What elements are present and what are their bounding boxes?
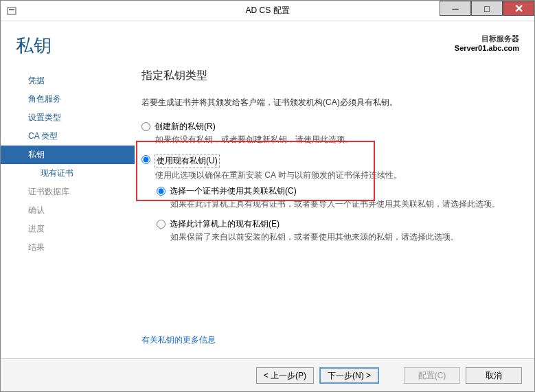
app-icon [5,4,19,18]
target-server: Server01.abc.com [455,44,519,52]
footer: < 上一步(P) 下一步(N) > 配置(C) 取消 [1,358,534,392]
radio-select-machine-key-desc: 如果保留了来自以前安装的私钥，或者要使用其他来源的私钥，请选择此选项。 [170,231,519,243]
sidebar-item-results: 结果 [1,238,135,257]
svg-rect-0 [8,8,16,14]
radio-create-new-desc: 如果你没有私钥，或者要创建新私钥，请使用此选项。 [155,134,519,146]
window-title: AD CS 配置 [245,5,289,16]
intro-text: 若要生成证书并将其颁发给客户端，证书颁发机构(CA)必须具有私钥。 [141,97,519,108]
sidebar-item-role-services[interactable]: 角色服务 [1,90,135,108]
sidebar-item-private-key[interactable]: 私钥 [1,146,135,164]
titlebar: AD CS 配置 ─ □ ✕ [1,1,534,21]
radio-select-machine-key-input[interactable] [157,220,166,229]
sidebar-item-progress: 进度 [1,220,135,238]
sidebar-item-confirmation: 确认 [1,201,135,220]
next-button[interactable]: 下一步(N) > [319,367,379,384]
sidebar: 凭据 角色服务 设置类型 CA 类型 私钥 现有证书 证书数据库 确认 进度 结… [1,65,135,358]
panel-heading: 指定私钥类型 [141,69,519,83]
page-title: 私钥 [16,34,52,58]
minimize-button[interactable]: ─ [440,1,471,16]
radio-use-existing[interactable]: 使用现有私钥(U) [141,154,519,168]
sidebar-item-credentials[interactable]: 凭据 [1,71,135,90]
close-button[interactable]: ✕ [503,1,534,16]
main-panel: 指定私钥类型 若要生成证书并将其颁发给客户端，证书颁发机构(CA)必须具有私钥。… [135,65,534,358]
target-label: 目标服务器 [455,34,519,44]
radio-create-new-input[interactable] [141,122,150,131]
target-server-info: 目标服务器 Server01.abc.com [455,34,519,52]
header: 私钥 目标服务器 Server01.abc.com [1,21,534,65]
window-controls: ─ □ ✕ [440,1,534,16]
sidebar-item-setup-type[interactable]: 设置类型 [1,108,135,127]
more-info-link[interactable]: 有关私钥的更多信息 [141,334,216,346]
maximize-button[interactable]: □ [471,1,503,16]
radio-use-existing-desc: 使用此选项以确保在重新安装 CA 时与以前颁发的证书保持连续性。 [155,170,519,181]
radio-select-cert-input[interactable] [157,187,166,196]
sidebar-item-cert-database: 证书数据库 [1,183,135,201]
radio-use-existing-label: 使用现有私钥(U) [155,154,220,168]
radio-select-cert-desc: 如果在此计算机上具有现有证书，或者要导入一个证书并使用其关联私钥，请选择此选项。 [170,198,519,210]
cancel-button[interactable]: 取消 [466,367,522,384]
radio-create-new[interactable]: 创建新的私钥(R) [141,121,519,132]
previous-button[interactable]: < 上一步(P) [256,367,314,384]
radio-select-cert-label: 选择一个证书并使用其关联私钥(C) [170,185,297,197]
configure-button[interactable]: 配置(C) [404,367,460,384]
radio-select-machine-key-label: 选择此计算机上的现有私钥(E) [170,218,280,230]
radio-select-machine-key[interactable]: 选择此计算机上的现有私钥(E) [157,218,519,230]
svg-rect-1 [9,9,14,10]
radio-use-existing-input[interactable] [141,155,150,164]
radio-create-new-label: 创建新的私钥(R) [155,121,216,132]
radio-select-cert[interactable]: 选择一个证书并使用其关联私钥(C) [157,185,519,197]
sidebar-item-existing-cert[interactable]: 现有证书 [1,164,135,183]
sidebar-item-ca-type[interactable]: CA 类型 [1,127,135,146]
